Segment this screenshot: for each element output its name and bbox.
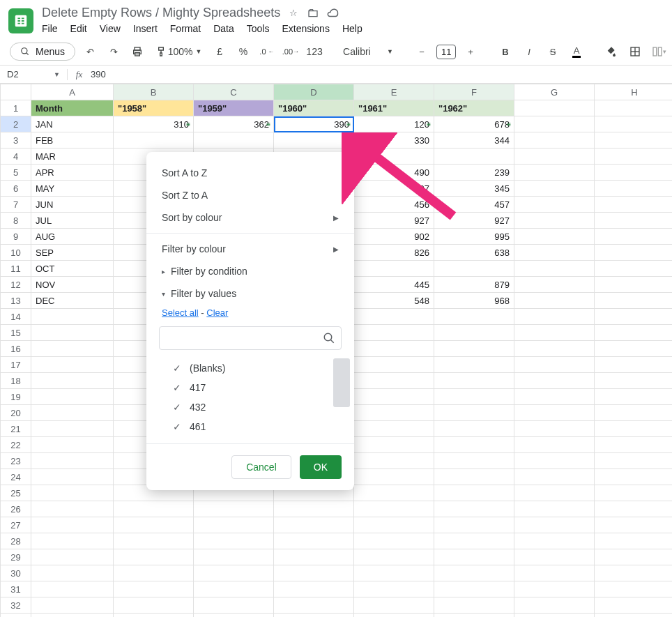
cell[interactable] [434,341,514,357]
cell[interactable]: 445 [354,277,434,293]
ok-button[interactable]: OK [300,455,342,479]
cell[interactable] [514,148,595,165]
menu-insert[interactable]: Insert [133,23,158,34]
cell[interactable] [354,581,434,597]
cell[interactable] [31,614,114,618]
cell[interactable] [434,357,514,373]
move-icon[interactable] [307,7,319,20]
cell[interactable] [595,293,673,309]
row-header[interactable]: 6 [1,181,31,197]
cell[interactable]: 310≡ [114,116,194,132]
fill-color-button[interactable] [602,43,620,61]
cell[interactable] [434,517,514,533]
cloud-status-icon[interactable] [326,7,339,20]
filter-value-item[interactable]: ✓461 [160,417,347,436]
cell[interactable]: FEB [31,132,114,148]
cell[interactable] [514,293,595,309]
cell[interactable] [514,597,595,614]
cell[interactable] [31,517,114,533]
cell[interactable]: APR [31,165,114,181]
col-header-G[interactable]: G [514,84,595,100]
star-icon[interactable]: ☆ [287,7,300,20]
cell[interactable] [595,437,673,453]
row-header[interactable]: 17 [1,357,31,373]
cell[interactable] [434,437,514,453]
cell[interactable] [595,181,673,197]
row-header[interactable]: 14 [1,309,31,325]
formula-input[interactable]: 390 [85,69,106,79]
cell[interactable] [31,437,114,453]
cell[interactable] [595,245,673,261]
currency-button[interactable]: £ [211,43,229,61]
cell[interactable] [434,261,514,277]
redo-button[interactable]: ↷ [105,43,123,61]
row-header[interactable]: 31 [1,581,31,597]
cell[interactable] [595,309,673,325]
menu-file[interactable]: File [42,23,58,34]
col-header-E[interactable]: E [354,84,434,100]
cell[interactable] [31,421,114,437]
cell[interactable]: 362≡ [194,116,274,132]
cell[interactable] [514,165,595,181]
cell[interactable] [354,533,434,549]
cell[interactable] [274,581,354,597]
cell[interactable] [595,213,673,229]
cell[interactable] [514,533,595,549]
cell[interactable]: JUL [31,213,114,229]
zoom-dropdown[interactable]: 100% ▼ [176,43,194,61]
cell[interactable] [434,421,514,437]
cell[interactable]: 638 [434,245,514,261]
cell[interactable] [31,565,114,581]
row-header[interactable]: 11 [1,261,31,277]
menus-search-button[interactable]: Menus [10,43,75,61]
row-header[interactable]: 19 [1,389,31,405]
cell[interactable] [31,581,114,597]
cell[interactable]: AUG [31,229,114,245]
cell[interactable] [354,597,434,614]
cell[interactable] [354,309,434,325]
row-header[interactable]: 33 [1,614,31,618]
cell[interactable]: 330 [354,132,434,148]
text-color-button[interactable]: A [567,43,586,61]
cell[interactable] [354,549,434,565]
cell[interactable] [274,132,354,148]
decrease-decimal-button[interactable]: .0 ← [258,43,276,61]
merge-cells-button[interactable]: ▾ [650,43,668,61]
cell[interactable] [194,132,274,148]
cell[interactable]: DEC [31,293,114,309]
cell[interactable] [31,533,114,549]
row-header[interactable]: 26 [1,501,31,517]
sheets-app-icon[interactable] [8,8,33,33]
cell[interactable] [354,373,434,389]
cell[interactable] [514,485,595,501]
cell[interactable] [514,565,595,581]
cell[interactable] [595,485,673,501]
menu-data[interactable]: Data [213,23,234,34]
cell[interactable]: 995 [434,229,514,245]
menu-tools[interactable]: Tools [247,23,270,34]
row-header[interactable]: 30 [1,565,31,581]
cell[interactable] [434,614,514,618]
col-header-C[interactable]: C [194,84,274,100]
cell[interactable] [595,148,673,165]
menu-format[interactable]: Format [170,23,201,34]
cell[interactable] [595,373,673,389]
cell[interactable] [194,517,274,533]
cell[interactable] [354,389,434,405]
filter-by-condition-item[interactable]: ▸Filter by condition [146,260,354,282]
cell[interactable] [595,565,673,581]
cell[interactable] [434,309,514,325]
cell[interactable] [595,501,673,517]
cell[interactable] [595,341,673,357]
cell[interactable] [434,405,514,421]
clear-link[interactable]: Clear [206,307,228,318]
cell[interactable] [595,325,673,341]
cell[interactable]: NOV [31,277,114,293]
cell[interactable] [514,132,595,148]
percent-button[interactable]: % [234,43,252,61]
cell[interactable] [114,581,194,597]
cell[interactable] [274,501,354,517]
cell[interactable]: 879 [434,277,514,293]
row-header[interactable]: 5 [1,165,31,181]
name-box[interactable]: D2▼ [0,69,67,79]
